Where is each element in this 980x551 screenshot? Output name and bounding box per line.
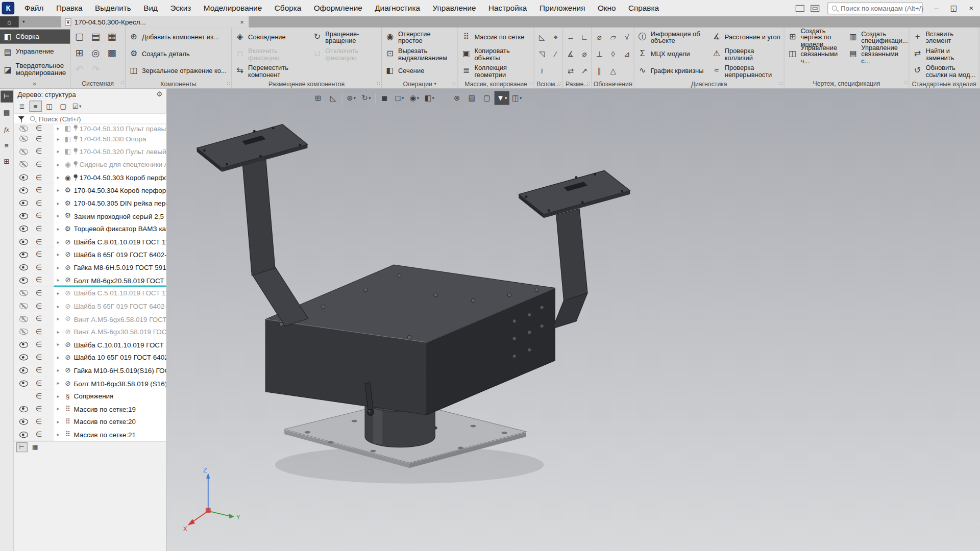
visibility-eye-icon[interactable] <box>19 174 27 180</box>
tree-item-content[interactable]: ▸⊘Гайка М10-6Н.5.019(S16) ГОСТ 591 <box>54 364 166 377</box>
subtab-structure[interactable]: ⊢ <box>16 442 28 452</box>
visibility-eye-icon[interactable] <box>19 380 27 386</box>
tree-item-3[interactable]: ∈▸◉Сиденье для спецтехники АСТ <box>14 158 166 171</box>
note-tolerance-button[interactable]: ⊥ <box>593 45 606 62</box>
dim-radial-button[interactable]: ⌀ <box>577 45 591 62</box>
manage-linked-drawings-button[interactable]: ◫Управление связанными ч... <box>785 45 846 62</box>
panel-tree[interactable]: ⊢ <box>1 91 13 103</box>
expand-arrow-icon[interactable]: ▸ <box>57 239 62 244</box>
3d-model[interactable]: Z X Y <box>167 89 980 550</box>
tree-item-9[interactable]: ∈▸⊘Шайба С.8.01.10.019 ГОСТ 11371-7 <box>14 235 166 248</box>
layout-icon[interactable] <box>796 5 804 11</box>
expand-arrow-icon[interactable]: ▸ <box>57 316 62 322</box>
tree-item-content[interactable]: ▸⊘Винт А.М5-6gх30.58.019 ГОСТ 174 <box>54 325 166 338</box>
tree-item-content[interactable]: ▸⊘Шайба С.8.01.10.019 ГОСТ 11371-7 <box>54 235 166 248</box>
menu-item-11[interactable]: Приложения <box>533 0 592 16</box>
tree-item-6[interactable]: ∈▸⚙170-04.50.305 DIN рейка перфори <box>14 197 166 210</box>
print-preview-button[interactable]: ◎ <box>87 45 104 61</box>
update-links-button[interactable]: ↺Обновить ссылки на мод... <box>910 62 978 79</box>
expand-arrow-icon[interactable]: ▸ <box>57 368 62 373</box>
tree-item-content[interactable]: ▸⊘Шайба 8 65Г 019 ГОСТ 6402-70 (х4 <box>54 248 166 261</box>
expand-arrow-icon[interactable]: ▸ <box>57 278 62 283</box>
continuity-check-button[interactable]: ≈Проверка непрерывности <box>709 62 783 79</box>
ribbon-group-label-diagnostika[interactable]: Диагностика <box>634 80 784 88</box>
grid-array-button[interactable]: ⠿Массив по сетке <box>459 29 533 45</box>
note-datum-button[interactable]: ◊ <box>606 45 620 62</box>
create-drawing-button[interactable]: ⊞Создать чертеж по модели <box>785 29 846 45</box>
menu-item-3[interactable]: Вид <box>137 0 164 16</box>
move-component-button[interactable]: ⇆Переместить компонент <box>233 62 310 79</box>
tree-item-content[interactable]: ▸⊘Шайба 5 65Г 019 ГОСТ 6402-70 (х1 <box>54 299 166 312</box>
left-bracket-arm[interactable] <box>197 124 308 327</box>
tree-area-select-button[interactable]: ▢ <box>57 101 69 112</box>
open-document-button[interactable]: ▤ <box>87 29 104 45</box>
tree-item-13[interactable]: ∈▸⊘Шайба С.5.01.10.019 ГОСТ 11371-7 <box>14 287 166 299</box>
ribbon-group-label-vspom[interactable]: Вспом... <box>534 80 562 88</box>
note-thread-button[interactable]: ∥ <box>593 62 606 79</box>
expand-arrow-icon[interactable]: ▸ <box>57 406 62 412</box>
visibility-eye-icon[interactable] <box>19 213 27 218</box>
tree-item-8[interactable]: ∈▸⚙Торцевой фиксатор ВАМЗ катало <box>14 222 166 235</box>
tree-item-content[interactable]: ▸⠿Массив по сетке:21 <box>54 429 166 441</box>
note-diameter-button[interactable]: ⌀ <box>593 29 606 45</box>
expand-arrow-icon[interactable]: ▸ <box>57 162 62 167</box>
gear-icon[interactable]: ⚙ <box>156 90 162 98</box>
tree-item-22[interactable]: ∈▸⠿Массив по сетке:19 <box>14 403 166 415</box>
rotation-rotation-button[interactable]: ↻Вращение-вращение <box>310 29 381 45</box>
tree-item-content[interactable]: ▸⚙170-04.50.304 Короб перфорирова <box>54 184 166 196</box>
visibility-eye-icon[interactable] <box>19 277 27 283</box>
visibility-eye-icon[interactable] <box>19 355 27 360</box>
ribbon-group-label-chertezh[interactable]: Чертеж, спецификация <box>785 79 909 88</box>
expand-arrow-icon[interactable]: ▸ <box>57 188 62 193</box>
panel-add-tree[interactable]: ⊞ <box>1 156 13 167</box>
aux-point-button[interactable]: ⌖ <box>549 29 562 45</box>
create-specification-button[interactable]: ▥Создать спецификаци... <box>846 29 908 45</box>
close-button[interactable]: × <box>963 0 980 16</box>
visibility-eye-icon[interactable] <box>19 342 27 347</box>
visibility-eye-icon[interactable] <box>19 148 27 154</box>
expand-arrow-icon[interactable]: ▸ <box>57 213 62 219</box>
tree-item-content[interactable]: ▸◧170-04.50.310 Пульт правый <box>54 124 166 133</box>
ribbon-collapse-icon[interactable]: » <box>32 82 38 86</box>
panel-layers[interactable]: ≡ <box>1 139 13 151</box>
tree-item-7[interactable]: ∈▸⚙Зажим проходной серый 2,5 кв.м <box>14 210 166 222</box>
tree-display-filter-button[interactable]: ☑▾ <box>70 101 83 112</box>
distance-angle-button[interactable]: ∡Расстояние и угол <box>709 29 783 45</box>
tree-item-content[interactable]: ▸⊘Гайка М8-6Н.5.019 ГОСТ 5915-70 ( <box>54 261 166 274</box>
ribbon-group-label-razme[interactable]: Разме... <box>563 80 591 88</box>
menu-item-5[interactable]: Моделирование <box>198 0 268 16</box>
tree-item-1[interactable]: ∈▸◧170-04.50.330 Опора <box>14 133 166 145</box>
note-mark-button[interactable]: ⊿ <box>620 45 634 62</box>
tree-item-20[interactable]: ∈▸⊘Болт М10-6gх38.58.019 (S16) ГОСТ <box>14 377 166 390</box>
expand-arrow-icon[interactable]: ▸ <box>57 201 62 206</box>
expand-arrow-icon[interactable]: ▸ <box>57 329 62 335</box>
collision-check-button[interactable]: ⚠Проверка коллизий <box>709 45 783 62</box>
restore-button[interactable]: ◱ <box>945 0 962 16</box>
visibility-eye-icon[interactable] <box>19 316 27 321</box>
add-component-button[interactable]: ⊕Добавить компонент из... <box>126 29 228 45</box>
visibility-eye-icon[interactable] <box>19 432 27 437</box>
tree-item-content[interactable]: ▸⠿Массив по сетке:20 <box>54 415 166 428</box>
expand-arrow-icon[interactable]: ▸ <box>57 393 62 399</box>
simple-hole-button[interactable]: ◉Отверстие простое <box>382 29 457 45</box>
note-base-button[interactable]: ▱ <box>606 29 620 45</box>
command-search-input[interactable] <box>839 4 930 12</box>
expand-arrow-icon[interactable]: ▸ <box>57 381 62 386</box>
menu-item-6[interactable]: Сборка <box>268 0 308 16</box>
visibility-eye-icon[interactable] <box>19 162 27 167</box>
tree-item-17[interactable]: ∈▸⊘Шайба С.10.01.10.019 ГОСТ 11371- <box>14 338 166 351</box>
print-button[interactable]: ⊞ <box>71 45 88 61</box>
tree-item-content[interactable]: ▸◉Сиденье для спецтехники АСТ <box>54 158 166 171</box>
tree-item-content[interactable]: ▸⚙Зажим проходной серый 2,5 кв.м <box>54 210 166 222</box>
ribbon-group-label-sistemnaya[interactable]: Системная <box>70 79 125 88</box>
tree-item-5[interactable]: ∈▸⚙170-04.50.304 Короб перфорирова <box>14 184 166 196</box>
visibility-eye-icon[interactable] <box>19 303 27 309</box>
expand-arrow-icon[interactable]: ▸ <box>57 136 62 142</box>
tree-item-19[interactable]: ∈▸⊘Гайка М10-6Н.5.019(S16) ГОСТ 591 <box>14 364 166 377</box>
coincidence-button[interactable]: ◈Совпадение <box>233 29 310 45</box>
screens-icon[interactable] <box>811 5 819 11</box>
aux-axis-button[interactable]: ∕ <box>549 45 562 62</box>
menu-item-10[interactable]: Настройка <box>482 0 533 16</box>
ribbon-group-label-operacii[interactable]: Операции▾ <box>382 80 457 88</box>
new-document-button[interactable]: ▢ <box>71 29 88 45</box>
